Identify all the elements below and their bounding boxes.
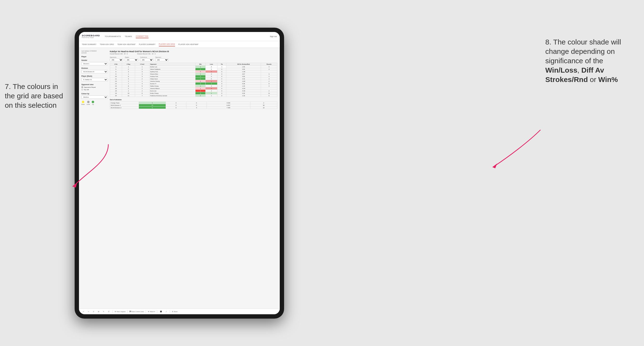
conference-filter-group: Conference (All) <box>140 56 153 61</box>
logo-sub: Powered by clippd <box>82 37 100 38</box>
svg-marker-0 <box>72 183 77 187</box>
opponent-view-section: Opponent view Opponents Played Top 100 <box>81 84 108 90</box>
col-tie: Tie <box>218 63 226 66</box>
annotation-arrow-right <box>490 127 543 175</box>
legend-dot-down <box>82 101 84 103</box>
logo-text: SCOREBOARD <box>82 35 100 37</box>
table-row: 19106 Emily Chang 410 0.3011 <box>110 92 277 95</box>
watch-action[interactable]: 👁 Watch ▾ <box>148 311 155 312</box>
region-filter-select[interactable]: (All) <box>125 58 138 61</box>
annotation-arrow-left <box>70 142 113 190</box>
refresh-button[interactable]: ↺ <box>92 310 95 313</box>
col-rounds: Rounds <box>261 63 277 66</box>
division-label: Division <box>81 67 108 69</box>
toolbar-divider5 <box>170 310 170 313</box>
toolbar-divider2 <box>127 310 128 313</box>
col-opponent: Opponent <box>149 63 195 66</box>
player-rank-select[interactable]: 8. Katelyn Vo <box>81 78 108 81</box>
save-icon: 💾 <box>130 311 131 312</box>
annotation-right: 8. The colour shade will change dependin… <box>545 37 637 84</box>
colour-by-label: Colour by <box>81 93 108 95</box>
table-row: 1311 Jessica Huang 010 -3.002 <box>110 80 277 82</box>
toolbar-divider3 <box>146 310 146 313</box>
subnav-player-h2h-grid[interactable]: PLAYER H2H GRID <box>159 42 175 46</box>
col-win: Win <box>196 63 206 66</box>
opponent-filter-label: Opponent <box>155 56 168 58</box>
opponents-filter-group: Opponents: (All) <box>110 56 123 61</box>
conference-filter-select[interactable]: (All) <box>140 58 153 61</box>
fullscreen-button[interactable]: ⤢ <box>165 310 168 313</box>
h2h-table: # Div # Reg # Conf Opponent Win Loss Tie… <box>110 63 277 97</box>
division-record: Division Record: 331 - 34 - 6 <box>137 53 156 55</box>
radio-dot-top100 <box>81 89 83 90</box>
nav-bar: SCOREBOARD Powered by clippd TOURNAMENTS… <box>79 32 280 41</box>
undo-button[interactable]: ↩ <box>82 310 85 313</box>
watch-icon: 👁 <box>148 311 149 312</box>
gender-select[interactable]: Women's <box>81 62 108 65</box>
player-section-title: Player <box>81 56 108 57</box>
region-filter-group: Region (All) <box>125 56 138 61</box>
opponents-filter-label: Opponents: <box>110 56 123 58</box>
nav-sign-out[interactable]: Sign out <box>270 35 277 37</box>
subnav-player-summary[interactable]: PLAYER SUMMARY <box>139 42 156 46</box>
sub-nav: TEAM SUMMARY TEAM H2H GRID TEAM H2H HEAT… <box>79 41 280 48</box>
redo-button[interactable]: ↪ <box>87 310 90 313</box>
table-row: 914 Sharon Mun 100 3.673 <box>110 73 277 75</box>
col-reg: # Reg <box>122 63 135 66</box>
subnav-team-summary[interactable]: TEAM SUMMARY <box>82 42 96 46</box>
player-rank-label: Player (Rank) <box>81 75 108 77</box>
legend-down: Down <box>81 101 85 105</box>
table-row: 311 Esther Lee 101 1.504 <box>110 66 277 68</box>
last-updated: Last Updated: 27/03/2024 16:55:38 <box>81 50 108 54</box>
copy-button[interactable]: ⊞ <box>97 310 100 313</box>
share-action[interactable]: ⬆ Share <box>172 311 178 312</box>
view-original-action[interactable]: 👁 View: Original <box>114 311 126 312</box>
col-diff: Diff Av Strokes/Rnd <box>226 63 261 66</box>
opponent-filter-select[interactable]: (All) <box>155 58 168 61</box>
opponent-view-label: Opponent view <box>81 84 108 85</box>
conference-filter-label: Conference <box>140 56 153 58</box>
overall-record: Overall Record: 353 - 34 - 6 <box>110 53 128 55</box>
watch-chevron: ▾ <box>154 311 155 312</box>
table-row: NAIA Division 1 15 0 0 9.267 30 <box>110 104 277 107</box>
radio-top100[interactable]: Top 100 <box>81 89 108 90</box>
nav-tournaments[interactable]: TOURNAMENTS <box>105 35 121 38</box>
legend-row: Down Level Up <box>81 101 108 105</box>
grid-title: Katelyn Vo Head-to-Head Grid for Women's… <box>110 50 277 53</box>
legend-up: Up <box>92 101 94 105</box>
subnav-team-h2h-grid[interactable]: TEAM H2H GRID <box>100 42 114 46</box>
toolbar-divider <box>112 310 113 313</box>
nav-teams[interactable]: TEAMS <box>125 35 132 38</box>
save-custom-view-action[interactable]: 💾 Save Custom View <box>130 311 144 312</box>
export-button[interactable]: ⬛ <box>159 310 163 313</box>
legend-dot-level <box>87 101 90 103</box>
right-panel: Katelyn Vo Head-to-Head Grid for Women's… <box>110 50 277 306</box>
table-row: NCAA Division 2 5 0 0 7.400 10 <box>110 107 277 109</box>
subnav-team-h2h-heatmap[interactable]: TEAM H2H HEATMAP <box>117 42 135 46</box>
division-select[interactable]: NCAA Division III <box>81 70 108 73</box>
opponent-filter-group: Opponent (All) <box>155 56 168 61</box>
svg-marker-1 <box>492 164 497 168</box>
table-row: 1822 Euna Lee 020 -5.002 <box>110 90 277 92</box>
out-of-division-header: Out of division <box>110 99 277 101</box>
table-row: 20117 Federica Domecq Lacroze 210 1.336 <box>110 95 277 97</box>
table-row: 522 Alexis Sudjianto 100 4.003 <box>110 68 277 70</box>
clock-button[interactable]: ⏱ <box>107 311 110 313</box>
gender-label: Gender <box>81 59 108 61</box>
nav-links: TOURNAMENTS TEAMS COMMITTEE <box>105 35 270 38</box>
colour-by-section: Colour by Win/loss <box>81 93 108 99</box>
radio-group: Opponents Played Top 100 <box>81 86 108 90</box>
view-icon: 👁 <box>114 311 116 312</box>
nav-committee[interactable]: COMMITTEE <box>136 35 148 38</box>
region-filter-label: Region <box>125 56 138 58</box>
table-row: Foreign Team 1 0 0 4.500 2 <box>110 102 277 104</box>
table-row: 1621 Jessica Mason 120 -0.94 <box>110 87 277 90</box>
subnav-player-h2h-heatmap[interactable]: PLAYER H2H HEATMAP <box>178 42 198 46</box>
bottom-toolbar: ↩ ↪ ↺ ⊞ ✎ ⏱ 👁 View: Original 💾 Save Cust… <box>79 309 280 314</box>
radio-opponents-played[interactable]: Opponents Played <box>81 86 108 88</box>
colour-by-select[interactable]: Win/loss <box>81 95 108 99</box>
out-of-division-table: Foreign Team 1 0 0 4.500 2 NAIA Division… <box>110 101 277 109</box>
edit-button[interactable]: ✎ <box>102 310 105 313</box>
table-row: 633 Sydney Kuo 010 -1.00 <box>110 70 277 73</box>
opponents-filter-select[interactable]: (All) <box>110 58 123 61</box>
